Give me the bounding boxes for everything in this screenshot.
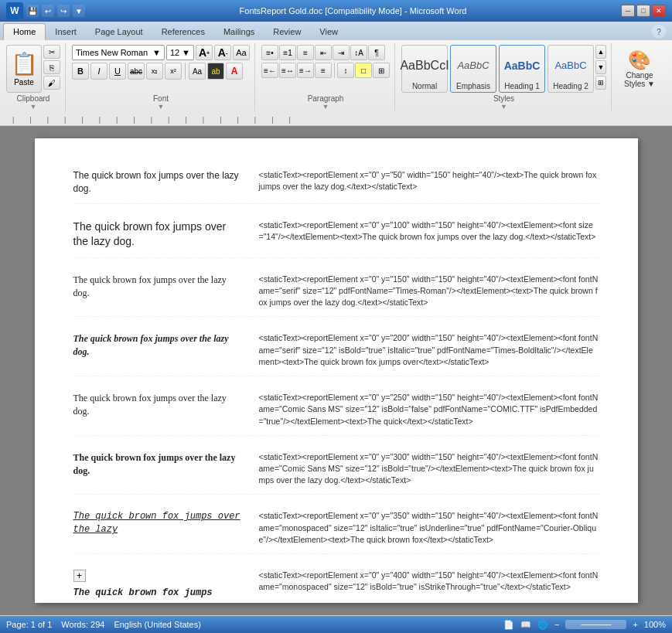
- doc-text-8-container: + The quick brown fox jumps: [73, 570, 244, 600]
- word-count: Words: 294: [61, 620, 104, 629]
- clear-format-button[interactable]: Aa: [233, 45, 250, 60]
- copy-button[interactable]: ⎘: [43, 60, 60, 74]
- style-heading1[interactable]: AaBbC Heading 1: [499, 45, 545, 93]
- view-print-btn[interactable]: 📄: [503, 620, 514, 630]
- decrease-indent-button[interactable]: ⇤: [315, 45, 332, 60]
- maximize-button[interactable]: □: [636, 5, 650, 17]
- underline-button[interactable]: U: [109, 63, 126, 80]
- font-label: Font: [72, 93, 250, 103]
- status-bar: Page: 1 of 1 Words: 294 English (United …: [0, 616, 672, 633]
- styles-expand-button[interactable]: ⊞: [595, 76, 606, 90]
- format-row: B I U abc x₂ x² Aa ab A: [72, 63, 243, 80]
- language: English (United States): [114, 620, 201, 629]
- subscript-button[interactable]: x₂: [146, 63, 163, 80]
- format-painter-button[interactable]: 🖌: [43, 76, 60, 90]
- paste-icon: 📋: [11, 51, 38, 77]
- tab-mailings[interactable]: Mailings: [214, 23, 264, 40]
- qa-redo[interactable]: ↪: [57, 5, 70, 17]
- show-formatting-button[interactable]: ¶: [368, 45, 385, 60]
- status-right: 📄 📖 🌐 − ───── + 100%: [503, 620, 666, 630]
- doc-xml-1: <staticText><reportElement x="0" y="50" …: [259, 169, 599, 196]
- multilevel-button[interactable]: ≡: [297, 45, 314, 60]
- italic-button[interactable]: I: [90, 63, 107, 80]
- font-color-button[interactable]: A: [226, 63, 243, 80]
- tab-home[interactable]: Home: [3, 23, 46, 40]
- zoom-slider[interactable]: ─────: [565, 620, 626, 629]
- strikethrough-button[interactable]: abc: [128, 63, 145, 80]
- styles-arrows: ▲ ▼ ⊞: [595, 45, 606, 90]
- help-button[interactable]: ?: [652, 25, 666, 39]
- minimize-button[interactable]: ─: [621, 5, 635, 17]
- justify-button[interactable]: ≡: [315, 63, 332, 78]
- font-size-dropdown[interactable]: 12 ▼: [166, 45, 194, 60]
- change-styles-button[interactable]: 🎨 ChangeStyles ▼: [619, 46, 660, 91]
- qa-undo[interactable]: ↩: [42, 5, 54, 17]
- status-left: Page: 1 of 1 Words: 294 English (United …: [6, 620, 201, 629]
- font-name-row: Times New Roman ▼ 12 ▼ A+ A- Aa: [72, 45, 250, 60]
- paragraph-content: ≡• ≡1 ≡ ⇤ ⇥ ↕A ¶ ≡← ≡↔ ≡→ ≡ ↕ □ ⊞: [261, 45, 390, 93]
- style-emphasis[interactable]: AaBbC Emphasis: [450, 45, 496, 93]
- border-button[interactable]: ⊞: [373, 63, 390, 78]
- group-font: Times New Roman ▼ 12 ▼ A+ A- Aa B I U ab…: [67, 43, 255, 112]
- styles-group-expand[interactable]: ▼: [500, 103, 507, 111]
- style-normal-label: Normal: [412, 82, 437, 90]
- tab-insert[interactable]: Insert: [46, 23, 86, 40]
- zoom-out-btn[interactable]: −: [554, 620, 559, 629]
- font-content: Times New Roman ▼ 12 ▼ A+ A- Aa B I U ab…: [72, 45, 250, 93]
- ruler-scale: |||||||||||||||||: [12, 116, 660, 124]
- tab-view[interactable]: View: [310, 23, 347, 40]
- qa-more[interactable]: ▼: [73, 5, 85, 17]
- bold-button[interactable]: B: [72, 63, 89, 80]
- styles-up-button[interactable]: ▲: [595, 45, 606, 59]
- clipboard-label: Clipboard: [6, 93, 60, 103]
- align-left-button[interactable]: ≡←: [261, 63, 278, 78]
- change-styles-icon: 🎨: [628, 49, 651, 71]
- doc-text-4: The quick brown fox jumps over the lazy …: [73, 332, 244, 368]
- document-area[interactable]: The quick brown fox jumps over the lazy …: [0, 126, 672, 615]
- bullets-button[interactable]: ≡•: [261, 45, 278, 60]
- page-count: Page: 1 of 1: [6, 620, 52, 629]
- plus-icon[interactable]: +: [73, 570, 86, 582]
- group-styles: AaBbCcI Normal AaBbC Emphasis AaBbC Head…: [397, 43, 612, 112]
- clipboard-expand[interactable]: ▼: [30, 103, 37, 111]
- view-web-btn[interactable]: 🌐: [537, 620, 548, 630]
- font-expand[interactable]: ▼: [158, 103, 165, 111]
- style-emphasis-label: Emphasis: [456, 82, 490, 90]
- font-shrink-button[interactable]: A-: [214, 45, 231, 60]
- zoom-level: 100%: [644, 620, 666, 629]
- zoom-in-btn[interactable]: +: [633, 620, 637, 629]
- font-name-dropdown[interactable]: Times New Roman ▼: [72, 45, 165, 60]
- title-bar-left: W 💾 ↩ ↪ ▼: [6, 2, 85, 19]
- para-expand[interactable]: ▼: [322, 103, 329, 111]
- styles-label: Styles: [401, 93, 606, 103]
- shading-button[interactable]: □: [355, 63, 372, 78]
- style-normal[interactable]: AaBbCcI Normal: [401, 45, 448, 93]
- styles-down-button[interactable]: ▼: [595, 60, 606, 74]
- font-grow-button[interactable]: A+: [196, 45, 213, 60]
- change-styles-label: ChangeStyles ▼: [624, 71, 655, 88]
- align-center-button[interactable]: ≡↔: [279, 63, 296, 78]
- tab-page-layout[interactable]: Page Layout: [86, 23, 152, 40]
- doc-xml-3: <staticText><reportElement x="0" y="150"…: [259, 274, 599, 309]
- numbering-button[interactable]: ≡1: [279, 45, 296, 60]
- view-fullscreen-btn[interactable]: 📖: [520, 620, 531, 630]
- group-clipboard: 📋 Paste ✂ ⎘ 🖌 Clipboard ▼: [2, 43, 66, 112]
- align-right-button[interactable]: ≡→: [297, 63, 314, 78]
- tab-references[interactable]: References: [152, 23, 214, 40]
- style-heading2[interactable]: AaBbC Heading 2: [547, 45, 594, 93]
- table-row: The quick brown fox jumps over the lazy …: [73, 392, 599, 436]
- paste-button[interactable]: 📋 Paste: [6, 45, 42, 93]
- change-case-button[interactable]: Aa: [189, 63, 206, 80]
- sort-button[interactable]: ↕A: [350, 45, 367, 60]
- doc-xml-4: <staticText><reportElement x="0" y="200"…: [259, 332, 599, 368]
- close-button[interactable]: ✕: [652, 5, 666, 17]
- table-row: The quick brown fox jumps over the lazy …: [73, 332, 599, 376]
- highlight-color-button[interactable]: ab: [207, 63, 224, 80]
- cut-button[interactable]: ✂: [43, 45, 60, 59]
- increase-indent-button[interactable]: ⇥: [333, 45, 350, 60]
- qa-save[interactable]: 💾: [26, 5, 39, 17]
- clipboard-content: 📋 Paste ✂ ⎘ 🖌: [6, 45, 60, 93]
- superscript-button[interactable]: x²: [165, 63, 182, 80]
- tab-review[interactable]: Review: [264, 23, 310, 40]
- line-spacing-button[interactable]: ↕: [337, 63, 354, 78]
